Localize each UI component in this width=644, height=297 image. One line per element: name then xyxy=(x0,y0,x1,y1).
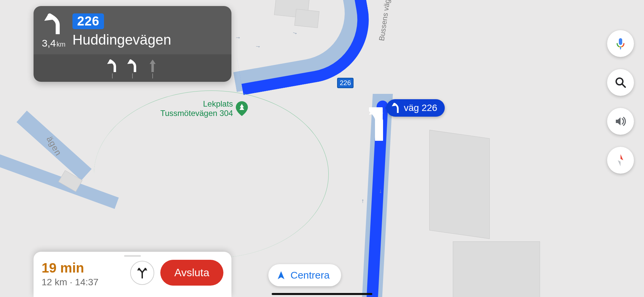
road-shield: 226 xyxy=(72,13,104,29)
trip-info: 19 min 12 km · 14:37 xyxy=(42,258,124,288)
lane-straight-inactive xyxy=(146,59,160,78)
speaker-icon xyxy=(614,115,627,128)
drag-handle[interactable] xyxy=(124,255,141,257)
road-name: Huddingevägen xyxy=(72,32,221,48)
direction-text: 226 Huddingevägen xyxy=(72,13,221,48)
end-navigation-button[interactable]: Avsluta xyxy=(160,260,223,286)
voice-search-button[interactable] xyxy=(607,30,634,57)
map-canvas[interactable]: → → → → → Lekplats Tussmötevägen 304 226… xyxy=(0,0,644,297)
home-indicator xyxy=(272,293,372,295)
search-button[interactable] xyxy=(607,69,634,96)
lane-fork-left-active xyxy=(105,59,119,78)
map-building xyxy=(453,241,540,297)
compass-icon xyxy=(613,153,628,168)
trip-summary-card[interactable]: 19 min 12 km · 14:37 Avsluta xyxy=(34,252,231,297)
compass-button[interactable] xyxy=(607,147,634,174)
direction-card[interactable]: 3,4km 226 Huddingevägen xyxy=(34,6,231,82)
fork-left-icon xyxy=(44,13,63,34)
sound-button[interactable] xyxy=(607,108,634,135)
distance-unit: km xyxy=(57,41,66,48)
lane-fork-left-active xyxy=(125,59,140,78)
street-label: Bussens väg xyxy=(377,0,392,42)
eta-duration: 19 min xyxy=(42,260,124,276)
fork-left-icon xyxy=(392,103,400,113)
upcoming-turn-bubble[interactable]: väg 226 xyxy=(386,99,445,117)
map-poi[interactable]: Lekplats Tussmötevägen 304 xyxy=(160,99,248,118)
map-building xyxy=(429,130,490,239)
map-building xyxy=(294,9,320,28)
maneuver-distance: 3,4km xyxy=(42,38,65,49)
poi-label: Lekplats Tussmötevägen 304 xyxy=(160,99,233,118)
turn-bubble-label: väg 226 xyxy=(404,103,437,113)
search-icon xyxy=(614,76,627,89)
eta-distance-time: 12 km · 14:37 xyxy=(42,277,124,288)
direction-card-top: 3,4km 226 Huddingevägen xyxy=(34,6,231,54)
fab-column xyxy=(607,30,634,174)
maneuver-column: 3,4km xyxy=(44,13,64,49)
route-options-button[interactable] xyxy=(130,261,154,285)
traffic-arrow-icon: → xyxy=(235,34,241,41)
svg-line-4 xyxy=(622,84,625,87)
poi-name-line: Lekplats xyxy=(160,99,233,109)
tree-pin-icon xyxy=(236,101,248,116)
traffic-arrow-icon: → xyxy=(359,198,366,204)
traffic-arrow-icon: → xyxy=(255,43,262,50)
traffic-arrow-icon: → xyxy=(377,188,384,194)
recenter-label: Centrera xyxy=(290,270,330,281)
recenter-button[interactable]: Centrera xyxy=(268,264,341,286)
road-number-badge: 226 xyxy=(337,78,354,88)
route-alternatives-icon xyxy=(136,266,149,279)
vehicle-chevron-icon xyxy=(369,107,389,142)
navigation-arrow-icon xyxy=(276,271,286,280)
microphone-icon xyxy=(614,37,627,50)
distance-value: 3,4 xyxy=(42,38,56,49)
lane-guidance xyxy=(34,54,231,82)
poi-name-line: Tussmötevägen 304 xyxy=(160,109,233,118)
